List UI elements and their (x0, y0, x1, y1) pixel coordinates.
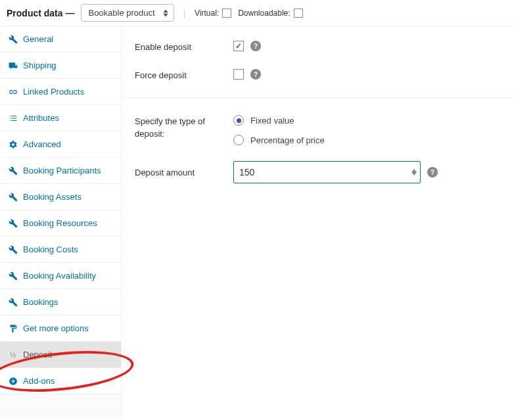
product-data-header: Product data — Bookable product | Virtua… (0, 0, 514, 26)
sidebar-item-label: Bookings (23, 297, 58, 307)
sidebar-item-add-ons[interactable]: Add-ons (0, 368, 121, 394)
link-icon (8, 87, 18, 97)
wrench-icon (8, 245, 18, 254)
sidebar-item-deposit[interactable]: ½Deposit (0, 342, 121, 368)
truck-icon (8, 60, 18, 70)
deposit-type-percentage-option[interactable]: Percentage of price (233, 135, 325, 145)
help-icon[interactable]: ? (427, 167, 438, 177)
downloadable-option: Downloadable: (238, 9, 302, 18)
sidebar-item-booking-participants[interactable]: Booking Participants (0, 158, 121, 184)
sidebar-item-booking-costs[interactable]: Booking Costs (0, 237, 121, 263)
sidebar-item-label: Linked Products (23, 87, 84, 97)
enable-deposit-label: Enable deposit (135, 41, 233, 53)
sidebar-item-shipping[interactable]: Shipping (0, 53, 121, 79)
wrench-icon (8, 34, 18, 44)
sidebar-item-label: Get more options (23, 323, 89, 333)
virtual-option: Virtual: (195, 9, 231, 18)
wrench-icon (8, 218, 18, 228)
sidebar-item-label: Booking Availability (23, 271, 96, 281)
sidebar-item-label: Attributes (23, 113, 59, 123)
separator: | (181, 8, 188, 18)
sidebar-item-label: Shipping (23, 60, 57, 70)
sidebar-item-label: Booking Costs (23, 245, 78, 254)
deposit-amount-label: Deposit amount (135, 166, 233, 179)
downloadable-label: Downloadable: (238, 9, 290, 18)
wrench-icon (8, 271, 18, 281)
number-spinner-icon[interactable] (411, 169, 417, 175)
sidebar-item-advanced[interactable]: Advanced (0, 131, 121, 158)
wrench-icon (8, 166, 18, 175)
deposit-panel: Enable deposit ? Force deposit ? Specify… (122, 26, 514, 419)
sidebar-item-label: Booking Participants (23, 166, 101, 175)
half-icon: ½ (8, 350, 18, 360)
enable-deposit-row: Enable deposit ? (135, 41, 501, 53)
enable-deposit-checkbox[interactable] (233, 41, 244, 51)
sidebar-item-label: Deposit (23, 350, 52, 360)
chevron-updown-icon (163, 9, 168, 16)
sidebar-item-general[interactable]: General (0, 26, 121, 53)
sidebar-item-bookings[interactable]: Bookings (0, 289, 121, 315)
product-type-value: Bookable product (88, 8, 154, 18)
virtual-checkbox[interactable] (222, 9, 231, 18)
deposit-amount-row: Deposit amount ? (135, 161, 501, 183)
help-icon[interactable]: ? (250, 69, 261, 80)
section-divider (122, 97, 514, 98)
wrench-icon (8, 297, 18, 307)
sidebar-item-label: General (23, 34, 53, 44)
gear-icon (8, 139, 18, 149)
help-icon[interactable]: ? (250, 41, 261, 51)
force-deposit-row: Force deposit ? (135, 69, 501, 82)
deposit-type-label: Specify the type of deposit: (135, 115, 233, 145)
deposit-type-percentage-label: Percentage of price (250, 135, 325, 145)
header-title: Product data — (7, 8, 74, 18)
sidebar-item-linked-products[interactable]: Linked Products (0, 79, 121, 105)
sidebar-item-booking-resources[interactable]: Booking Resources (0, 210, 121, 237)
list-icon (8, 113, 18, 123)
product-data-tabs: GeneralShippingLinked ProductsAttributes… (0, 26, 122, 419)
downloadable-checkbox[interactable] (294, 9, 303, 18)
radio-icon (233, 135, 244, 145)
sidebar-item-label: Booking Resources (23, 218, 97, 228)
paint-icon (8, 323, 18, 333)
plus-circle-icon (8, 376, 18, 386)
virtual-label: Virtual: (195, 9, 219, 18)
force-deposit-label: Force deposit (135, 69, 233, 82)
deposit-amount-input[interactable] (233, 161, 421, 183)
sidebar-item-label: Advanced (23, 139, 61, 149)
sidebar-item-booking-availability[interactable]: Booking Availability (0, 263, 121, 289)
force-deposit-checkbox[interactable] (233, 69, 244, 80)
deposit-type-fixed-option[interactable]: Fixed value (233, 115, 325, 126)
product-type-select[interactable]: Bookable product (81, 4, 174, 22)
deposit-type-fixed-label: Fixed value (250, 116, 294, 126)
sidebar-item-label: Booking Assets (23, 192, 82, 202)
sidebar-item-attributes[interactable]: Attributes (0, 105, 121, 131)
wrench-icon (8, 192, 18, 202)
sidebar-item-label: Add-ons (23, 376, 55, 386)
sidebar-item-booking-assets[interactable]: Booking Assets (0, 184, 121, 210)
sidebar-item-get-more-options[interactable]: Get more options (0, 315, 121, 342)
radio-icon (233, 115, 244, 126)
deposit-type-row: Specify the type of deposit: Fixed value… (135, 115, 501, 145)
